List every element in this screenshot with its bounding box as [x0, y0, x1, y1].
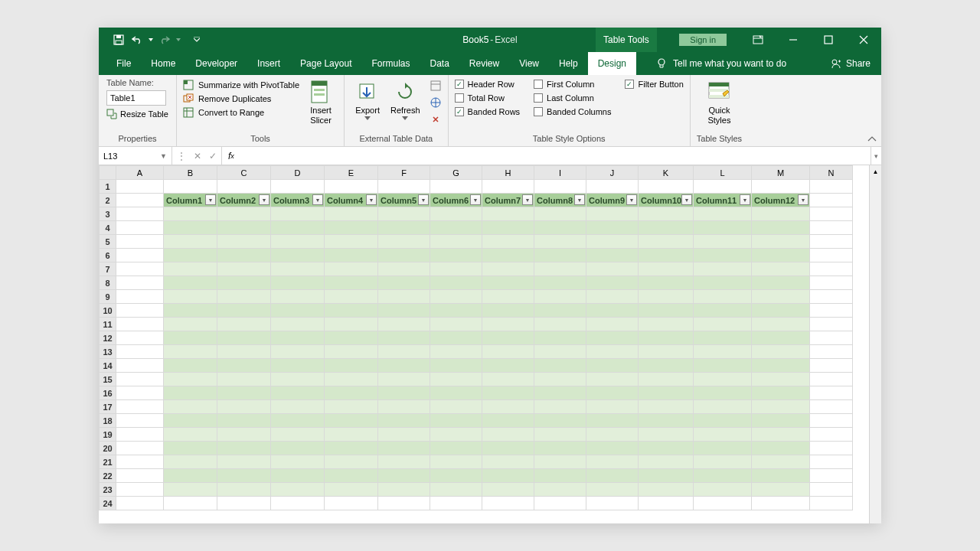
cell-M12[interactable]	[752, 331, 810, 345]
cell-I21[interactable]	[534, 455, 586, 469]
cell-F18[interactable]	[378, 414, 430, 428]
cell-F17[interactable]	[378, 400, 430, 414]
cell-I4[interactable]	[534, 221, 586, 235]
cell-E7[interactable]	[325, 262, 378, 276]
cell-M24[interactable]	[752, 497, 810, 510]
row-header-13[interactable]: 13	[100, 345, 116, 359]
tab-home[interactable]: Home	[141, 52, 185, 75]
cell-D10[interactable]	[271, 304, 325, 318]
table-header-column10[interactable]: Column10▼	[639, 194, 694, 207]
row-header-12[interactable]: 12	[100, 331, 116, 345]
cell-A22[interactable]	[116, 469, 164, 483]
cell-I5[interactable]	[534, 235, 586, 249]
cell-H1[interactable]	[482, 180, 534, 194]
cell-B7[interactable]	[164, 262, 217, 276]
cell-J4[interactable]	[586, 221, 639, 235]
cell-H3[interactable]	[482, 207, 534, 221]
cell-F13[interactable]	[378, 345, 430, 359]
cell-F23[interactable]	[378, 483, 430, 497]
cell-C19[interactable]	[217, 428, 271, 442]
cell-A12[interactable]	[116, 331, 164, 345]
cell-E19[interactable]	[325, 428, 378, 442]
cell-A4[interactable]	[116, 221, 164, 235]
cell-J1[interactable]	[586, 180, 639, 194]
cell-L15[interactable]	[694, 373, 752, 386]
row-header-1[interactable]: 1	[100, 180, 116, 194]
cell-K18[interactable]	[639, 414, 694, 428]
cell-K16[interactable]	[639, 386, 694, 400]
cell-J19[interactable]	[586, 428, 639, 442]
cell-G20[interactable]	[430, 442, 482, 455]
cell-L24[interactable]	[694, 497, 752, 510]
filter-dropdown-column1[interactable]: ▼	[205, 194, 216, 205]
cell-J5[interactable]	[586, 235, 639, 249]
cell-C12[interactable]	[217, 331, 271, 345]
cell-L6[interactable]	[694, 249, 752, 262]
cell-F10[interactable]	[378, 304, 430, 318]
cell-C3[interactable]	[217, 207, 271, 221]
cell-B4[interactable]	[164, 221, 217, 235]
cell-A17[interactable]	[116, 400, 164, 414]
cell-L20[interactable]	[694, 442, 752, 455]
cell-D4[interactable]	[271, 221, 325, 235]
enter-button[interactable]: ✓	[209, 151, 217, 161]
cell-F5[interactable]	[378, 235, 430, 249]
cell-G14[interactable]	[430, 359, 482, 373]
cell-M14[interactable]	[752, 359, 810, 373]
scroll-up-button[interactable]: ▲	[870, 165, 881, 178]
row-header-17[interactable]: 17	[100, 400, 116, 414]
cell-K22[interactable]	[639, 469, 694, 483]
cell-M15[interactable]	[752, 373, 810, 386]
cell-D1[interactable]	[271, 180, 325, 194]
filter-dropdown-column5[interactable]: ▼	[418, 194, 429, 205]
cell-N14[interactable]	[810, 359, 853, 373]
cell-D16[interactable]	[271, 386, 325, 400]
cell-N18[interactable]	[810, 414, 853, 428]
cell-H13[interactable]	[482, 345, 534, 359]
cell-C4[interactable]	[217, 221, 271, 235]
quick-styles-button[interactable]: Quick Styles	[702, 78, 736, 126]
cell-M1[interactable]	[752, 180, 810, 194]
cell-F8[interactable]	[378, 276, 430, 290]
cell-B6[interactable]	[164, 249, 217, 262]
cell-I13[interactable]	[534, 345, 586, 359]
cell-K21[interactable]	[639, 455, 694, 469]
cell-C9[interactable]	[217, 290, 271, 304]
column-header-K[interactable]: K	[639, 166, 694, 180]
cell-H4[interactable]	[482, 221, 534, 235]
table-header-column6[interactable]: Column6▼	[430, 194, 482, 207]
cell-E10[interactable]	[325, 304, 378, 318]
cell-D7[interactable]	[271, 262, 325, 276]
cell-K17[interactable]	[639, 400, 694, 414]
cell-E17[interactable]	[325, 400, 378, 414]
cell-A2[interactable]	[116, 194, 164, 207]
cell-C16[interactable]	[217, 386, 271, 400]
cell-B14[interactable]	[164, 359, 217, 373]
cell-B5[interactable]	[164, 235, 217, 249]
row-header-24[interactable]: 24	[100, 497, 116, 510]
cell-A8[interactable]	[116, 276, 164, 290]
cell-E8[interactable]	[325, 276, 378, 290]
table-header-column7[interactable]: Column7▼	[482, 194, 534, 207]
cell-I23[interactable]	[534, 483, 586, 497]
cell-K14[interactable]	[639, 359, 694, 373]
cell-F24[interactable]	[378, 497, 430, 510]
cell-E1[interactable]	[325, 180, 378, 194]
cell-N6[interactable]	[810, 249, 853, 262]
cell-D12[interactable]	[271, 331, 325, 345]
signin-button[interactable]: Sign in	[679, 34, 727, 46]
cell-J16[interactable]	[586, 386, 639, 400]
cell-B17[interactable]	[164, 400, 217, 414]
spreadsheet-grid[interactable]: ABCDEFGHIJKLMN12Column1▼Column2▼Column3▼…	[99, 165, 853, 510]
cell-I20[interactable]	[534, 442, 586, 455]
row-header-16[interactable]: 16	[100, 386, 116, 400]
cell-H24[interactable]	[482, 497, 534, 510]
row-header-10[interactable]: 10	[100, 304, 116, 318]
cell-K8[interactable]	[639, 276, 694, 290]
cell-H14[interactable]	[482, 359, 534, 373]
cell-K19[interactable]	[639, 428, 694, 442]
cell-J18[interactable]	[586, 414, 639, 428]
cell-D20[interactable]	[271, 442, 325, 455]
cell-E20[interactable]	[325, 442, 378, 455]
cell-N5[interactable]	[810, 235, 853, 249]
